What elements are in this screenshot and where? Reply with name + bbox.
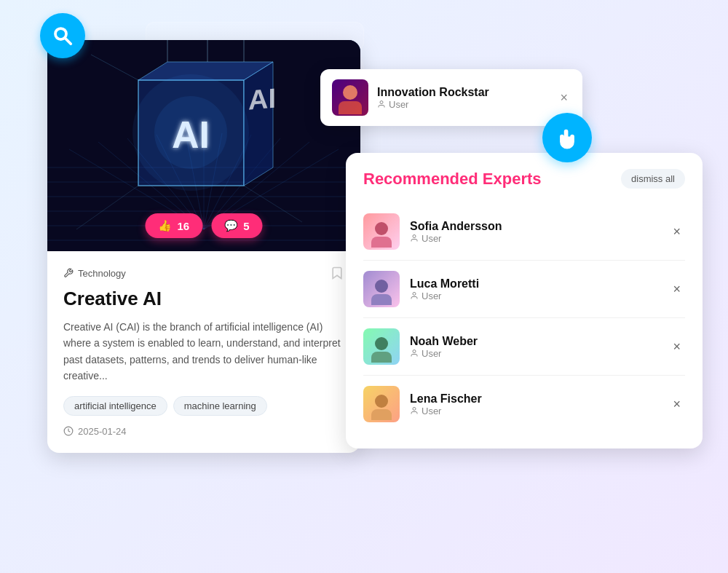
thumbs-up-icon: 👍 — [158, 219, 172, 232]
expert-info: Noah Weber User — [410, 335, 658, 359]
expert-dismiss-button[interactable]: × — [668, 279, 685, 300]
notification-role: User — [377, 99, 548, 110]
user-icon — [410, 406, 419, 415]
clock-icon — [63, 426, 74, 436]
notification-close-button[interactable]: × — [557, 87, 571, 108]
tag-ml[interactable]: machine learning — [173, 396, 267, 416]
tag-ai[interactable]: artificial intelligence — [63, 396, 167, 416]
expert-info: Sofia Andersson User — [410, 220, 658, 244]
expert-avatar — [363, 213, 400, 250]
notification-info: Innovation Rockstar User — [377, 86, 548, 110]
avatar-silhouette — [332, 79, 368, 116]
article-image: AI AI — [47, 40, 360, 251]
notification-name: Innovation Rockstar — [377, 86, 548, 99]
svg-point-29 — [154, 96, 227, 169]
user-icon — [377, 100, 386, 108]
svg-text:AI: AI — [248, 83, 276, 116]
user-icon — [410, 349, 419, 357]
article-content: Technology Creative AI Creative AI (CAI)… — [47, 251, 360, 453]
comment-icon: 💬 — [224, 219, 238, 232]
wrench-icon — [63, 268, 74, 278]
svg-line-1 — [66, 39, 71, 44]
article-card: AI AI — [47, 40, 360, 453]
svg-point-34 — [380, 101, 383, 104]
likes-badge[interactable]: 👍 16 — [145, 213, 202, 238]
expert-name: Luca Moretti — [410, 277, 658, 291]
user-icon — [410, 291, 419, 300]
notification-popup: Innovation Rockstar User × — [320, 69, 582, 126]
expert-name: Noah Weber — [410, 335, 658, 348]
expert-name: Sofia Andersson — [410, 220, 658, 233]
user-icon — [410, 234, 419, 242]
expert-dismiss-button[interactable]: × — [668, 336, 685, 357]
bookmark-icon[interactable] — [330, 266, 344, 280]
comments-count: 5 — [243, 220, 249, 232]
comments-badge[interactable]: 💬 5 — [211, 213, 262, 238]
expert-avatar — [363, 271, 400, 307]
article-date: 2025-01-24 — [63, 426, 344, 437]
search-button[interactable] — [40, 13, 85, 58]
hand-icon — [555, 125, 579, 150]
article-title[interactable]: Creative AI — [63, 288, 344, 310]
svg-point-38 — [413, 408, 416, 411]
expert-info: Lena Fischer User — [410, 392, 658, 416]
expert-name: Lena Fischer — [410, 392, 658, 406]
expert-role: User — [410, 406, 658, 416]
expert-avatar — [363, 386, 400, 422]
notification-avatar — [332, 79, 368, 116]
article-description: Creative AI (CAI) is the branch of artif… — [63, 319, 344, 384]
category-label: Technology — [63, 268, 126, 279]
expert-item: Noah Weber User × — [363, 318, 685, 376]
panel-header: Recommended Experts dismiss all — [363, 169, 685, 189]
expert-role: User — [410, 291, 658, 301]
svg-point-36 — [413, 293, 416, 296]
expert-role: User — [410, 348, 658, 359]
dismiss-all-button[interactable]: dismiss all — [621, 169, 685, 189]
likes-count: 16 — [177, 220, 189, 232]
category-text: Technology — [78, 268, 126, 279]
expert-item: Sofia Andersson User × — [363, 203, 685, 261]
hand-pointer-button[interactable] — [542, 113, 592, 162]
expert-dismiss-button[interactable]: × — [668, 394, 685, 415]
svg-point-37 — [413, 350, 416, 353]
expert-avatar — [363, 328, 400, 365]
expert-info: Luca Moretti User — [410, 277, 658, 301]
search-icon — [52, 25, 74, 47]
panel-title: Recommended Experts — [363, 170, 542, 189]
engagement-badges: 👍 16 💬 5 — [145, 213, 262, 238]
notif-role-text: User — [389, 99, 408, 110]
article-category-row: Technology — [63, 266, 344, 280]
article-tags: artificial intelligence machine learning — [63, 396, 344, 416]
experts-panel: Recommended Experts dismiss all Sofia An… — [346, 153, 703, 448]
expert-item: Lena Fischer User × — [363, 376, 685, 432]
date-text: 2025-01-24 — [78, 426, 127, 437]
expert-item: Luca Moretti User × — [363, 261, 685, 318]
expert-dismiss-button[interactable]: × — [668, 221, 685, 242]
experts-list: Sofia Andersson User × Luca Moretti — [363, 203, 685, 432]
svg-point-35 — [413, 235, 416, 238]
expert-role: User — [410, 233, 658, 244]
